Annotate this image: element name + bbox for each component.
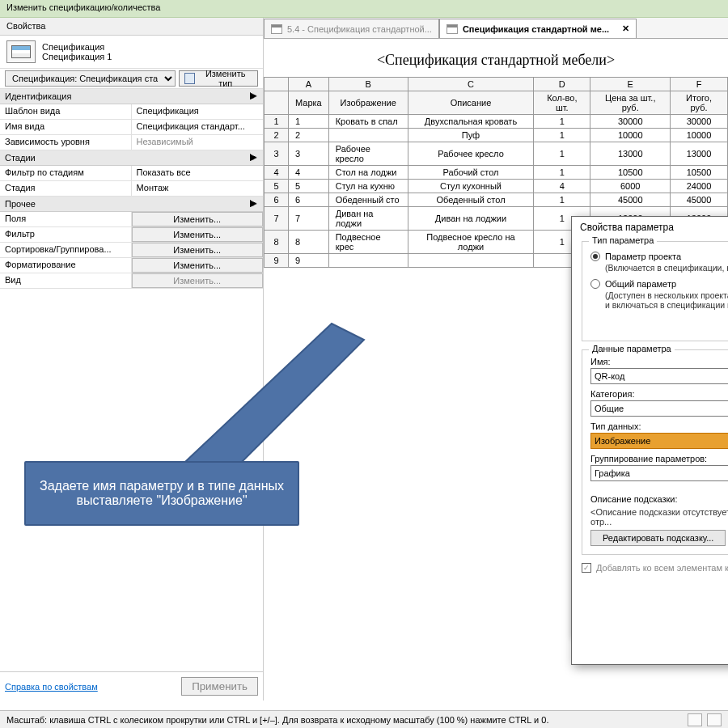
table-cell[interactable] xyxy=(328,254,408,268)
radio-project-parameter[interactable]: Параметр проекта xyxy=(590,252,728,261)
checkbox-icon: ✓ xyxy=(582,563,591,573)
document-tab[interactable]: Спецификация стандартной ме...✕ xyxy=(439,19,637,38)
edit-type-button[interactable]: Изменить тип xyxy=(179,70,258,87)
row-number: 4 xyxy=(265,166,289,180)
table-cell[interactable]: 45000 xyxy=(590,193,671,207)
table-cell[interactable] xyxy=(408,254,534,268)
groupbox-title: Данные параметра xyxy=(589,344,675,353)
edit-button[interactable]: Изменить... xyxy=(132,258,264,273)
edit-button[interactable]: Изменить... xyxy=(132,212,264,226)
prop-label: Фильтр по стадиям xyxy=(0,166,132,180)
radio-desc: (Включается в спецификации, но не включа… xyxy=(605,263,728,273)
category-label: Категория: xyxy=(590,389,728,399)
row-number: 5 xyxy=(265,180,289,193)
prop-label: Шаблон вида xyxy=(0,104,132,119)
table-row[interactable]: 55Стул на кухнюСтул кухонный4600024000 xyxy=(265,180,728,193)
table-cell[interactable]: 30000 xyxy=(671,115,728,129)
name-input[interactable] xyxy=(590,368,728,384)
table-cell[interactable]: 2 xyxy=(289,129,329,142)
column-header: Марка xyxy=(289,91,329,115)
table-row[interactable]: 66Обеденный стоОбеденный стол14500045000 xyxy=(265,193,728,207)
table-cell[interactable]: 4 xyxy=(534,180,590,193)
table-cell[interactable]: 10500 xyxy=(671,166,728,180)
table-cell[interactable]: 5 xyxy=(289,180,329,193)
edit-button[interactable]: Изменить... xyxy=(132,273,264,288)
table-cell[interactable]: 8 xyxy=(289,231,329,254)
table-cell[interactable]: Стул на кухню xyxy=(328,180,408,193)
table-cell[interactable]: 24000 xyxy=(671,180,728,193)
table-row[interactable]: 33Рабочее креслоРабочее кресло1130001300… xyxy=(265,142,728,166)
close-icon[interactable]: ✕ xyxy=(622,23,629,34)
table-cell[interactable]: 1 xyxy=(534,193,590,207)
edit-tooltip-button[interactable]: Редактировать подсказку... xyxy=(590,530,726,546)
add-to-all-checkbox[interactable]: ✓ Добавлять ко всем элементам категории xyxy=(582,563,728,573)
table-cell[interactable]: 1 xyxy=(534,142,590,166)
table-cell[interactable]: Подвесное крес xyxy=(328,231,408,254)
table-cell[interactable] xyxy=(328,129,408,142)
table-cell[interactable]: 3 xyxy=(289,142,329,166)
group-identification[interactable]: Идентификация⯈ xyxy=(0,89,263,104)
type-selector-dropdown[interactable]: Спецификация: Спецификация ста xyxy=(5,70,176,87)
prop-value[interactable]: Спецификация стандарт... xyxy=(132,120,264,134)
table-cell[interactable]: Диван на лоджии xyxy=(408,207,534,231)
group-stages[interactable]: Стадии⯈ xyxy=(0,150,263,166)
prop-value[interactable]: Спецификация xyxy=(132,104,264,119)
datatype-dropdown[interactable]: Изображение▾ xyxy=(590,433,728,449)
properties-help-link[interactable]: Справка по свойствам xyxy=(5,682,98,692)
row-number: 3 xyxy=(265,142,289,166)
table-cell[interactable]: 13000 xyxy=(671,142,728,166)
table-cell[interactable]: 10000 xyxy=(590,129,671,142)
table-cell[interactable]: Обеденный стол xyxy=(408,193,534,207)
table-cell[interactable]: Стол на лоджи xyxy=(328,166,408,180)
category-dropdown[interactable]: Общие▾ xyxy=(590,400,728,417)
table-cell[interactable]: 45000 xyxy=(671,193,728,207)
edit-button[interactable]: Изменить... xyxy=(132,227,264,242)
schedule-title: <Спецификация стандартной мебели> xyxy=(264,39,728,77)
table-cell[interactable]: Рабочее кресло xyxy=(328,142,408,166)
prop-value[interactable]: Монтаж xyxy=(132,181,264,196)
table-cell[interactable]: Кровать в спал xyxy=(328,115,408,129)
table-cell[interactable]: 7 xyxy=(289,207,329,231)
radio-icon xyxy=(590,279,600,289)
table-cell[interactable]: 4 xyxy=(289,166,329,180)
table-cell[interactable]: 9 xyxy=(289,254,329,268)
apply-button[interactable]: Применить xyxy=(181,677,258,696)
status-button-1[interactable] xyxy=(688,713,702,726)
document-tab[interactable]: 5.4 - Спецификация стандартной... xyxy=(264,19,439,38)
edit-button[interactable]: Изменить... xyxy=(132,243,264,257)
table-cell[interactable]: Рабочий стол xyxy=(408,166,534,180)
table-cell[interactable]: 6 xyxy=(289,193,329,207)
table-cell[interactable]: 1 xyxy=(534,129,590,142)
table-row[interactable]: 11Кровать в спалДвухспальная кровать1300… xyxy=(265,115,728,129)
table-cell[interactable]: Двухспальная кровать xyxy=(408,115,534,129)
column-header: Итого, руб. xyxy=(671,91,728,115)
radio-shared-parameter[interactable]: Общий параметр xyxy=(590,279,728,289)
prop-label: Фильтр xyxy=(0,227,132,242)
grouping-dropdown[interactable]: Графика▾ xyxy=(590,465,728,481)
table-cell[interactable]: Обеденный сто xyxy=(328,193,408,207)
table-cell[interactable]: Рабочее кресло xyxy=(408,142,534,166)
table-cell[interactable]: 10500 xyxy=(590,166,671,180)
table-cell[interactable]: 1 xyxy=(289,115,329,129)
group-other[interactable]: Прочее⯈ xyxy=(0,197,263,212)
table-row[interactable]: 22Пуф11000010000 xyxy=(265,129,728,142)
table-cell[interactable]: Стул кухонный xyxy=(408,180,534,193)
parameter-type-group: Тип параметра Параметр проекта (Включает… xyxy=(582,241,728,341)
row-number: 9 xyxy=(265,254,289,268)
table-cell[interactable]: Подвесное кресло на лоджи xyxy=(408,231,534,254)
table-cell[interactable]: Диван на лоджи xyxy=(328,207,408,231)
status-button-2[interactable] xyxy=(707,713,722,726)
prop-value[interactable]: Независимый xyxy=(132,135,264,150)
table-cell[interactable]: 6000 xyxy=(590,180,671,193)
prop-value[interactable]: Показать все xyxy=(132,166,264,180)
table-cell[interactable]: 13000 xyxy=(590,142,671,166)
type-family-label: Спецификация xyxy=(42,42,112,52)
table-row[interactable]: 44Стол на лоджиРабочий стол11050010500 xyxy=(265,166,728,180)
table-cell[interactable]: 30000 xyxy=(590,115,671,129)
row-number: 1 xyxy=(265,115,289,129)
table-cell[interactable]: 1 xyxy=(534,166,590,180)
callout-text: Задаете имя параметру и в типе данных вы… xyxy=(24,461,299,526)
table-cell[interactable]: 1 xyxy=(534,115,590,129)
table-cell[interactable]: 10000 xyxy=(671,129,728,142)
table-cell[interactable]: Пуф xyxy=(408,129,534,142)
